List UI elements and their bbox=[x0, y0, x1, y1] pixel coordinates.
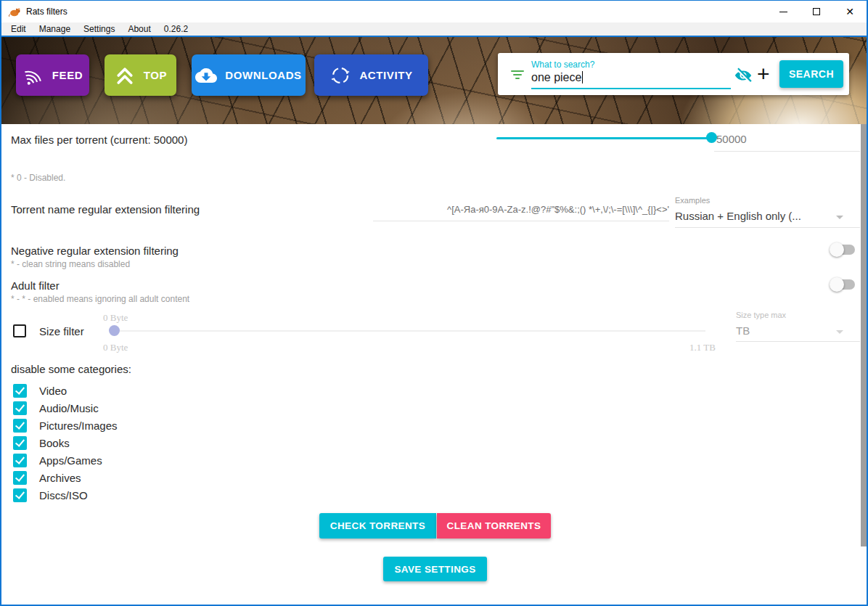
feed-button[interactable]: FEED bbox=[16, 54, 89, 96]
examples-label: Examples bbox=[675, 196, 710, 205]
filter-icon bbox=[510, 70, 525, 79]
category-checkbox-pictures[interactable] bbox=[13, 419, 27, 433]
save-settings-button[interactable]: SAVE SETTINGS bbox=[383, 557, 487, 581]
category-label: Video bbox=[39, 385, 67, 397]
window-title: Rats filters bbox=[26, 7, 67, 17]
regex-filter-input[interactable]: ^[А-Яа-я0-9A-Za-z.!@?#"$%&:;() *\+,\/;\-… bbox=[372, 204, 669, 215]
category-label: Archives bbox=[39, 472, 81, 484]
category-label: Books bbox=[39, 437, 70, 449]
toggle-knob bbox=[830, 277, 844, 292]
category-checkbox-archives[interactable] bbox=[13, 471, 27, 485]
add-search-icon[interactable]: + bbox=[757, 62, 770, 86]
category-checkbox-discs[interactable] bbox=[13, 488, 27, 502]
settings-panel: Max files per torrent (current: 50000) 5… bbox=[1, 124, 867, 605]
top-icon bbox=[114, 65, 136, 86]
menu-edit[interactable]: Edit bbox=[4, 22, 33, 36]
size-min-top-label: 0 Byte bbox=[103, 312, 128, 324]
adult-filter-note: * - * - enabled means ignoring all adult… bbox=[11, 294, 189, 304]
size-filter-label: Size filter bbox=[39, 325, 84, 337]
size-slider-track[interactable] bbox=[110, 330, 705, 332]
category-label: Pictures/Images bbox=[39, 419, 118, 432]
menu-version: 0.26.2 bbox=[157, 22, 195, 36]
menu-bar: Edit Manage Settings About 0.26.2 bbox=[1, 22, 867, 36]
downloads-button[interactable]: DOWNLOADS bbox=[192, 54, 306, 96]
max-files-slider-thumb[interactable] bbox=[706, 132, 717, 143]
maximize-icon bbox=[813, 8, 820, 15]
category-label: Audio/Music bbox=[39, 402, 99, 414]
feed-icon bbox=[22, 65, 44, 86]
header-banner: FEED TOP DOWNLOADS ACTIVITY bbox=[1, 36, 867, 124]
size-filter-checkbox[interactable] bbox=[13, 324, 26, 337]
category-checkbox-video[interactable] bbox=[13, 384, 27, 398]
text-caret bbox=[582, 71, 583, 83]
max-files-value-input[interactable]: 50000 bbox=[716, 133, 747, 145]
examples-select-underline bbox=[675, 227, 860, 228]
search-panel: What to search? one piece + SEARCH bbox=[498, 53, 849, 95]
app-window: Rats filters ✕ Edit Manage Settings Abou… bbox=[0, 0, 868, 606]
categories-label: disable some categories: bbox=[11, 363, 131, 375]
max-files-input-underline bbox=[714, 151, 860, 152]
top-label: TOP bbox=[144, 69, 167, 81]
menu-manage[interactable]: Manage bbox=[33, 22, 77, 36]
menu-settings[interactable]: Settings bbox=[77, 22, 121, 36]
category-checkbox-audio[interactable] bbox=[13, 401, 27, 415]
max-files-note: * 0 - Disabled. bbox=[11, 173, 65, 183]
negative-filter-toggle[interactable] bbox=[830, 242, 856, 257]
check-torrents-button[interactable]: CHECK TORRENTS bbox=[319, 513, 436, 539]
activity-button[interactable]: ACTIVITY bbox=[314, 54, 428, 96]
size-max-label: 1.1 TB bbox=[689, 342, 716, 353]
examples-select[interactable]: Russian + English only (... bbox=[675, 210, 833, 222]
category-label: Apps/Games bbox=[39, 454, 102, 467]
eye-off-icon[interactable] bbox=[734, 66, 753, 85]
size-slider-thumb[interactable] bbox=[109, 325, 120, 336]
clean-torrents-button[interactable]: CLEAN TORRENTS bbox=[437, 513, 551, 539]
category-label: Discs/ISO bbox=[39, 489, 88, 501]
negative-filter-label: Negative regular extension filtering bbox=[11, 245, 179, 257]
maximize-button[interactable] bbox=[800, 1, 833, 22]
scrollbar-track[interactable] bbox=[861, 124, 867, 605]
search-button[interactable]: SEARCH bbox=[779, 60, 843, 88]
regex-filter-label: Torrent name regular extension filtering bbox=[11, 203, 200, 216]
adult-filter-toggle[interactable] bbox=[830, 277, 856, 292]
negative-filter-note: * - clean string means disabled bbox=[11, 259, 130, 269]
search-label: What to search? bbox=[531, 60, 594, 70]
feed-label: FEED bbox=[52, 69, 83, 81]
size-type-label: Size type max bbox=[736, 311, 786, 319]
category-checkbox-books[interactable] bbox=[13, 436, 27, 450]
minimize-button[interactable] bbox=[766, 1, 800, 22]
search-input[interactable]: one piece bbox=[531, 71, 583, 84]
adult-filter-label: Adult filter bbox=[11, 279, 60, 292]
max-files-label: Max files per torrent (current: 50000) bbox=[11, 134, 187, 146]
top-button[interactable]: TOP bbox=[105, 54, 176, 96]
regex-input-underline bbox=[373, 221, 669, 221]
toggle-knob bbox=[830, 242, 844, 257]
activity-label: ACTIVITY bbox=[359, 69, 412, 81]
activity-icon bbox=[329, 65, 351, 86]
size-type-select[interactable]: TB bbox=[736, 324, 750, 337]
max-files-slider-track[interactable] bbox=[496, 137, 711, 139]
title-bar: Rats filters ✕ bbox=[1, 1, 867, 22]
scrollbar-thumb[interactable] bbox=[861, 124, 867, 546]
menu-about[interactable]: About bbox=[121, 22, 157, 36]
size-min-bottom-label: 0 Byte bbox=[103, 342, 128, 353]
minimize-icon bbox=[779, 12, 787, 12]
chevron-down-icon[interactable] bbox=[836, 330, 843, 334]
close-icon: ✕ bbox=[846, 7, 854, 17]
chevron-down-icon[interactable] bbox=[836, 216, 843, 219]
category-checkbox-apps[interactable] bbox=[13, 454, 27, 467]
downloads-label: DOWNLOADS bbox=[225, 69, 301, 81]
cloud-download-icon bbox=[195, 65, 217, 86]
close-button[interactable]: ✕ bbox=[833, 1, 867, 22]
size-type-underline bbox=[736, 341, 860, 342]
app-rat-icon bbox=[9, 7, 21, 17]
search-underline bbox=[531, 88, 731, 89]
